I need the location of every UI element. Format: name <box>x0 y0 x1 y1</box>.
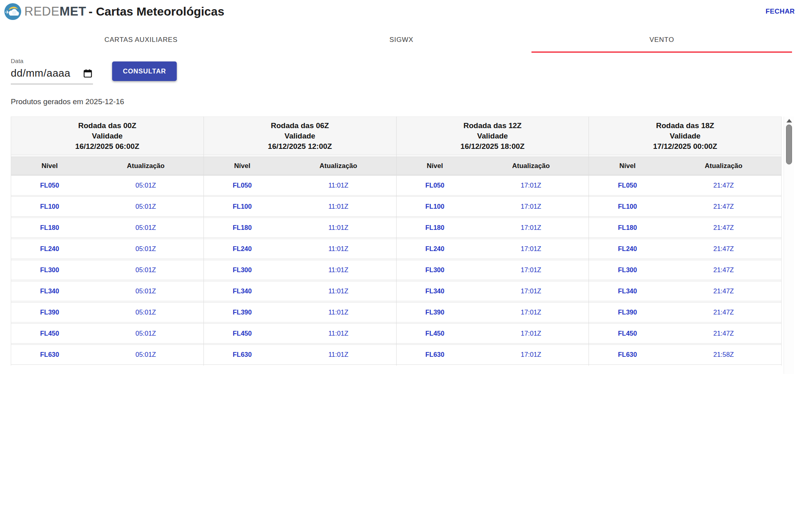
level-link[interactable]: FL340 <box>204 287 281 295</box>
update-time-link[interactable]: 11:01Z <box>280 245 396 253</box>
level-link[interactable]: FL180 <box>204 224 281 231</box>
level-link[interactable]: FL300 <box>397 266 474 274</box>
level-link[interactable]: FL390 <box>204 309 281 316</box>
update-time-link[interactable]: 17:01Z <box>473 287 589 295</box>
level-link[interactable]: FL240 <box>589 245 666 253</box>
update-time-link[interactable]: 17:01Z <box>473 309 589 316</box>
level-link[interactable]: FL100 <box>589 203 666 210</box>
level-link[interactable]: FL050 <box>589 182 666 189</box>
update-time-link[interactable]: 05:01Z <box>88 266 203 274</box>
update-time-link[interactable]: 05:01Z <box>88 287 203 295</box>
update-time-link[interactable]: 17:01Z <box>473 330 589 337</box>
update-time-link[interactable]: 21:47Z <box>666 266 781 274</box>
query-form: Data dd/mm/aaaa CONSULTAR <box>11 57 798 84</box>
level-link[interactable]: FL100 <box>204 203 281 210</box>
group-validity: 16/12/2025 12:00Z <box>204 142 396 151</box>
level-link[interactable]: FL630 <box>204 351 281 358</box>
update-time-link[interactable]: 11:01Z <box>280 330 396 337</box>
tab-vento[interactable]: VENTO <box>531 30 792 53</box>
level-link[interactable]: FL050 <box>204 182 281 189</box>
consultar-button[interactable]: CONSULTAR <box>112 61 177 81</box>
update-time-link[interactable]: 11:01Z <box>280 309 396 316</box>
update-time-link[interactable]: 21:47Z <box>666 224 781 231</box>
update-column-header: Atualização <box>666 162 781 170</box>
level-link[interactable]: FL240 <box>11 245 88 253</box>
update-time-link[interactable]: 21:47Z <box>666 203 781 210</box>
update-time-link[interactable]: 17:01Z <box>473 203 589 210</box>
level-link[interactable]: FL390 <box>397 309 474 316</box>
update-time-link[interactable]: 17:01Z <box>473 182 589 189</box>
update-time-link[interactable]: 05:01Z <box>88 224 203 231</box>
level-link[interactable]: FL390 <box>11 309 88 316</box>
level-link[interactable]: FL300 <box>11 266 88 274</box>
level-link[interactable]: FL630 <box>11 351 88 358</box>
level-link[interactable]: FL100 <box>397 203 474 210</box>
wind-table: Rodada das 00ZValidade16/12/2025 06:00ZN… <box>11 117 782 366</box>
update-time-link[interactable]: 05:01Z <box>88 182 203 189</box>
table-row: FL63017:01Z <box>397 344 589 365</box>
update-time-link[interactable]: 11:01Z <box>280 182 396 189</box>
table-row: FL18005:01Z <box>11 218 203 238</box>
scrollbar-thumb[interactable] <box>786 125 792 164</box>
level-link[interactable]: FL390 <box>589 309 666 316</box>
update-time-link[interactable]: 21:47Z <box>666 182 781 189</box>
level-link[interactable]: FL100 <box>11 203 88 210</box>
calendar-icon[interactable] <box>83 68 93 79</box>
level-link[interactable]: FL300 <box>589 266 666 274</box>
update-time-link[interactable]: 11:01Z <box>280 224 396 231</box>
update-time-link[interactable]: 05:01Z <box>88 330 203 337</box>
level-link[interactable]: FL050 <box>11 182 88 189</box>
update-time-link[interactable]: 21:47Z <box>666 309 781 316</box>
brand-met: MET <box>59 4 86 18</box>
table-group-1: Rodada das 06ZValidade16/12/2025 12:00ZN… <box>204 117 397 366</box>
tab-cartas-auxiliares[interactable]: CARTAS AUXILIARES <box>11 30 271 53</box>
level-link[interactable]: FL450 <box>11 330 88 337</box>
table-row: FL18021:47Z <box>589 218 781 238</box>
table-row: FL45005:01Z <box>11 323 203 344</box>
group-validade-label: Validade <box>397 132 589 140</box>
update-time-link[interactable]: 21:47Z <box>666 245 781 253</box>
update-time-link[interactable]: 11:01Z <box>280 287 396 295</box>
update-time-link[interactable]: 17:01Z <box>473 224 589 231</box>
level-link[interactable]: FL450 <box>589 330 666 337</box>
level-link[interactable]: FL180 <box>589 224 666 231</box>
table-row: FL05005:01Z <box>11 175 203 196</box>
column-header-row: NívelAtualização <box>204 156 396 175</box>
update-time-link[interactable]: 11:01Z <box>280 351 396 358</box>
level-link[interactable]: FL180 <box>397 224 474 231</box>
update-time-link[interactable]: 21:58Z <box>666 351 781 358</box>
level-link[interactable]: FL240 <box>204 245 281 253</box>
date-input[interactable]: Data dd/mm/aaaa <box>11 57 93 84</box>
level-link[interactable]: FL630 <box>589 351 666 358</box>
level-link[interactable]: FL450 <box>397 330 474 337</box>
group-validade-label: Validade <box>589 132 781 140</box>
scroll-up-arrow-icon[interactable] <box>786 119 792 123</box>
update-time-link[interactable]: 17:01Z <box>473 245 589 253</box>
level-link[interactable]: FL450 <box>204 330 281 337</box>
level-link[interactable]: FL240 <box>397 245 474 253</box>
level-link[interactable]: FL300 <box>204 266 281 274</box>
update-time-link[interactable]: 05:01Z <box>88 203 203 210</box>
level-link[interactable]: FL180 <box>11 224 88 231</box>
update-time-link[interactable]: 21:47Z <box>666 330 781 337</box>
table-scrollbar[interactable] <box>784 117 794 374</box>
level-link[interactable]: FL340 <box>589 287 666 295</box>
level-link[interactable]: FL340 <box>397 287 474 295</box>
close-link[interactable]: FECHAR <box>766 8 795 16</box>
level-link[interactable]: FL630 <box>397 351 474 358</box>
level-column-header: Nível <box>397 162 474 170</box>
update-time-link[interactable]: 05:01Z <box>88 245 203 253</box>
level-link[interactable]: FL340 <box>11 287 88 295</box>
update-time-link[interactable]: 21:47Z <box>666 287 781 295</box>
tab-sigwx[interactable]: SIGWX <box>271 30 532 53</box>
date-input-value[interactable]: dd/mm/aaaa <box>11 67 71 79</box>
level-link[interactable]: FL050 <box>397 182 474 189</box>
table-row: FL10021:47Z <box>589 196 781 217</box>
update-time-link[interactable]: 17:01Z <box>473 351 589 358</box>
update-time-link[interactable]: 11:01Z <box>280 203 396 210</box>
update-time-link[interactable]: 05:01Z <box>88 309 203 316</box>
update-time-link[interactable]: 17:01Z <box>473 266 589 274</box>
table-row: FL30005:01Z <box>11 260 203 280</box>
update-time-link[interactable]: 05:01Z <box>88 351 203 358</box>
update-time-link[interactable]: 11:01Z <box>280 266 396 274</box>
